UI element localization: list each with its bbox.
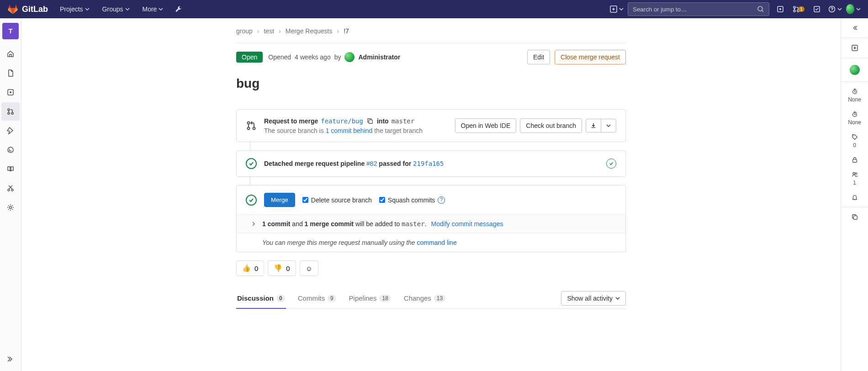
rail-home-icon[interactable] — [1, 45, 20, 63]
page-title: bug — [236, 76, 626, 91]
mr-header-bar: Open Opened 4 weeks ago by Administrator… — [236, 50, 626, 64]
pipeline-panel: Detached merge request pipeline #82 pass… — [236, 150, 626, 177]
show-activity-label: Show all activity — [567, 295, 613, 302]
delete-branch-input[interactable] — [302, 197, 308, 203]
rail-wiki-icon[interactable] — [1, 160, 20, 178]
squash-checkbox[interactable]: Squash commits ? — [379, 196, 445, 204]
tab-changes[interactable]: Changes 13 — [403, 288, 446, 308]
add-reaction-button[interactable]: ☺ — [300, 260, 318, 276]
project-tile[interactable]: T — [2, 23, 19, 39]
nav-projects[interactable]: Projects — [55, 3, 94, 16]
user-menu[interactable] — [846, 2, 861, 16]
search-input[interactable] — [633, 6, 757, 13]
tab-discussion-label: Discussion — [237, 294, 274, 302]
participants-item[interactable]: 1 — [841, 168, 868, 190]
delete-branch-checkbox[interactable]: Delete source branch — [302, 196, 372, 204]
status-badge: Open — [236, 52, 263, 63]
global-search[interactable] — [628, 2, 769, 16]
breadcrumb-mrs[interactable]: Merge Requests — [286, 27, 333, 35]
pipelines-count: 18 — [379, 295, 391, 302]
lock-item[interactable] — [841, 153, 868, 167]
open-ide-button[interactable]: Open in Web IDE — [455, 118, 517, 133]
thumbs-up-button[interactable]: 👍0 — [236, 260, 264, 276]
todos-shortcut-icon[interactable] — [810, 2, 824, 16]
source-branch[interactable]: feature/bug — [321, 117, 363, 125]
edit-button[interactable]: Edit — [527, 50, 550, 64]
tab-commits[interactable]: Commits 9 — [297, 288, 337, 308]
squash-input[interactable] — [379, 197, 385, 203]
breadcrumb-mr-id: !7 — [344, 27, 349, 35]
rail-operations-icon[interactable] — [1, 141, 20, 159]
rail-ci-icon[interactable] — [1, 122, 20, 140]
rail-snippets-icon[interactable] — [1, 179, 20, 197]
request-label: Request to merge — [264, 117, 318, 125]
tab-discussion[interactable]: Discussion 0 — [236, 288, 286, 308]
help-icon[interactable]: ? — [438, 196, 445, 204]
pipeline-detached-label: Detached merge request pipeline — [264, 160, 365, 167]
notifications-item[interactable] — [841, 191, 868, 204]
download-dropdown[interactable] — [586, 119, 616, 132]
rail-merge-requests-icon[interactable] — [1, 102, 20, 121]
author-link[interactable]: Administrator — [358, 53, 400, 61]
pipeline-number-link[interactable]: #82 — [366, 160, 377, 167]
time-tracking-item[interactable]: None — [841, 107, 868, 129]
svg-point-3 — [779, 8, 781, 10]
breadcrumb-group[interactable]: group — [236, 27, 253, 35]
avatar — [846, 4, 854, 14]
assignee-item[interactable] — [841, 61, 868, 79]
download-icon[interactable] — [586, 119, 601, 132]
gitlab-logo-block[interactable]: GitLab — [7, 4, 48, 15]
pipeline-passed-icon — [246, 158, 257, 169]
svg-point-14 — [11, 112, 13, 114]
thumbs-down-button[interactable]: 👎0 — [268, 260, 296, 276]
merge-requests-shortcut-icon[interactable]: 1 — [791, 2, 806, 16]
nav-more-label: More — [143, 5, 157, 13]
rail-repo-icon[interactable] — [1, 64, 20, 82]
svg-point-28 — [853, 172, 855, 174]
svg-point-11 — [10, 91, 11, 93]
tab-pipelines[interactable]: Pipelines 18 — [348, 288, 392, 308]
avatar — [344, 52, 355, 62]
svg-point-21 — [253, 127, 255, 130]
rail-settings-icon[interactable] — [1, 198, 20, 217]
breadcrumb-project[interactable]: test — [264, 27, 274, 35]
one-commit: 1 commit — [262, 220, 290, 228]
stage-passed-icon[interactable] — [606, 159, 616, 169]
show-activity-dropdown[interactable]: Show all activity — [561, 291, 626, 306]
copy-icon[interactable] — [366, 117, 374, 125]
nav-more[interactable]: More — [138, 3, 168, 16]
and-word: and — [292, 220, 302, 228]
help-dropdown[interactable] — [828, 2, 842, 16]
merge-button[interactable]: Merge — [264, 193, 295, 207]
nav-groups[interactable]: Groups — [98, 3, 134, 16]
pipeline-sha-link[interactable]: 219fa165 — [413, 160, 444, 167]
connector-line — [250, 177, 250, 185]
checkout-branch-button[interactable]: Check out branch — [520, 118, 582, 133]
modify-commit-messages-link[interactable]: Modify commit messages — [431, 220, 503, 228]
admin-wrench-icon[interactable] — [171, 2, 186, 16]
navbar-right: 1 — [609, 2, 861, 16]
commit-summary-row: 1 commit and 1 merge commit will be adde… — [237, 214, 625, 233]
command-line-link[interactable]: command line — [417, 239, 457, 246]
squash-label: Squash commits — [388, 196, 435, 204]
labels-item[interactable]: 0 — [841, 130, 868, 152]
chevron-down-icon — [159, 7, 163, 11]
milestone-item[interactable]: None — [841, 85, 868, 106]
behind-link[interactable]: 1 commit behind — [326, 127, 373, 134]
close-mr-button[interactable]: Close merge request — [555, 50, 626, 64]
left-rail: T — [0, 18, 21, 371]
add-todo-icon[interactable] — [841, 41, 868, 55]
svg-point-20 — [248, 127, 250, 130]
rail-collapse-icon[interactable] — [1, 350, 20, 368]
plus-dropdown[interactable] — [609, 2, 624, 16]
milestone-value: None — [848, 96, 861, 103]
chevron-down-icon — [85, 7, 90, 11]
chevron-down-icon[interactable] — [601, 119, 616, 132]
svg-point-12 — [8, 109, 10, 111]
issues-shortcut-icon[interactable] — [773, 2, 788, 16]
collapse-sidebar-icon[interactable] — [841, 21, 868, 35]
rail-issues-icon[interactable] — [1, 83, 20, 101]
nav-groups-label: Groups — [102, 5, 123, 13]
chevron-right-icon[interactable] — [251, 222, 256, 226]
reference-copy-item[interactable] — [841, 210, 868, 224]
